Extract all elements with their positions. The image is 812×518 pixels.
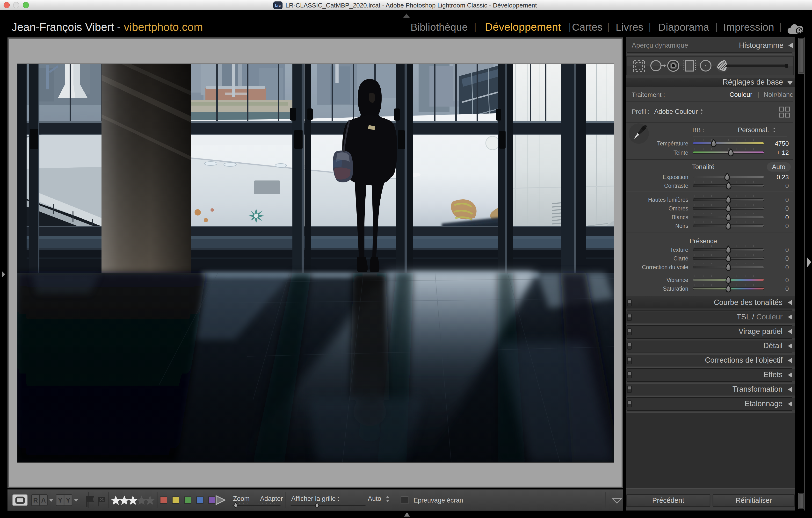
svg-text:LR-CLASSIC_CatMBP_2020.lrcat -: LR-CLASSIC_CatMBP_2020.lrcat - Adobe Pho…	[285, 2, 537, 9]
svg-text:+ 12: + 12	[777, 149, 789, 156]
svg-text:Impression: Impression	[723, 21, 774, 33]
svg-text:0: 0	[785, 214, 789, 221]
svg-text:0: 0	[785, 255, 789, 262]
svg-text:Température: Température	[657, 141, 688, 147]
svg-text:Jean-François Vibert - vibertp: Jean-François Vibert - vibertphoto.com	[11, 21, 203, 33]
svg-text:Aperçu dynamique: Aperçu dynamique	[632, 41, 688, 49]
svg-text:Tonalité: Tonalité	[692, 163, 714, 171]
svg-text:Auto: Auto	[368, 495, 381, 502]
svg-text:Détail: Détail	[763, 341, 783, 350]
svg-text:|: |	[758, 91, 759, 98]
svg-text:− 0,23: − 0,23	[771, 174, 789, 181]
svg-text:Contraste: Contraste	[664, 183, 688, 189]
svg-text:|: |	[779, 22, 782, 32]
svg-text:Ombres: Ombres	[668, 205, 688, 212]
svg-text:0: 0	[785, 276, 789, 284]
svg-text:|: |	[569, 22, 571, 32]
svg-text:|: |	[607, 22, 609, 32]
svg-text:Adobe Couleur: Adobe Couleur	[654, 108, 698, 115]
svg-text:0: 0	[785, 246, 789, 253]
svg-text:R: R	[33, 497, 38, 504]
svg-text:0: 0	[785, 196, 789, 204]
svg-text:Effets: Effets	[763, 370, 783, 379]
svg-text:Noirs: Noirs	[675, 223, 688, 229]
svg-text:Hautes lumières: Hautes lumières	[648, 197, 688, 203]
svg-text:Zoom: Zoom	[233, 495, 250, 502]
svg-text:Blancs: Blancs	[672, 214, 688, 220]
svg-text:Texture: Texture	[670, 247, 688, 253]
svg-text:Corrections de l'objectif: Corrections de l'objectif	[705, 356, 783, 364]
svg-text:Livres: Livres	[616, 21, 643, 33]
svg-text:Diaporama: Diaporama	[658, 21, 709, 33]
svg-text:TSL / Couleur: TSL / Couleur	[736, 313, 783, 321]
svg-text:Afficher la grille :: Afficher la grille :	[291, 495, 339, 502]
svg-text:0: 0	[785, 205, 789, 212]
svg-text:Réglages de base: Réglages de base	[723, 78, 783, 86]
svg-text:Lrc: Lrc	[275, 3, 281, 7]
svg-text:Virage partiel: Virage partiel	[738, 327, 783, 336]
svg-text:Traitement :: Traitement :	[632, 91, 665, 98]
svg-text:Correction du voile: Correction du voile	[642, 264, 688, 270]
svg-text:Y: Y	[66, 497, 70, 504]
svg-text:Transformation: Transformation	[732, 385, 783, 393]
svg-text:A: A	[41, 497, 46, 504]
svg-text:BB :: BB :	[692, 126, 704, 133]
svg-text:Précédent: Précédent	[652, 496, 684, 504]
svg-text:Clarté: Clarté	[673, 255, 688, 262]
svg-text:Y: Y	[58, 497, 62, 504]
svg-text:|: |	[474, 22, 476, 32]
svg-text:Histogramme: Histogramme	[739, 41, 783, 50]
svg-text:Vibrance: Vibrance	[667, 277, 688, 283]
svg-text:Profil :: Profil :	[632, 108, 649, 115]
svg-text:Cartes: Cartes	[572, 21, 603, 33]
svg-text:4750: 4750	[775, 140, 789, 147]
svg-text:Personnal.: Personnal.	[738, 126, 769, 133]
svg-text:Réinitialiser: Réinitialiser	[736, 496, 772, 504]
svg-text:0: 0	[785, 182, 789, 189]
svg-text:Adapter: Adapter	[260, 495, 283, 502]
svg-text:Développement: Développement	[485, 21, 561, 33]
svg-text:0: 0	[785, 285, 789, 292]
svg-text:Etalonnage: Etalonnage	[745, 399, 783, 408]
svg-text:Saturation: Saturation	[663, 285, 688, 292]
svg-text:Noir/blanc: Noir/blanc	[764, 91, 793, 98]
svg-text:Courbe des tonalités: Courbe des tonalités	[714, 298, 783, 307]
svg-text:Présence: Présence	[690, 238, 717, 245]
svg-text:0: 0	[785, 264, 789, 271]
svg-text:Bibliothèque: Bibliothèque	[411, 21, 468, 33]
svg-text:|: |	[715, 22, 718, 32]
svg-text:Teinte: Teinte	[673, 150, 688, 156]
svg-text:Epreuvage écran: Epreuvage écran	[413, 497, 463, 504]
svg-text:|: |	[649, 22, 651, 32]
svg-text:Exposition: Exposition	[663, 174, 688, 180]
svg-text:Couleur: Couleur	[729, 91, 752, 98]
svg-text:0: 0	[785, 222, 789, 230]
svg-text:Auto: Auto	[772, 163, 785, 171]
